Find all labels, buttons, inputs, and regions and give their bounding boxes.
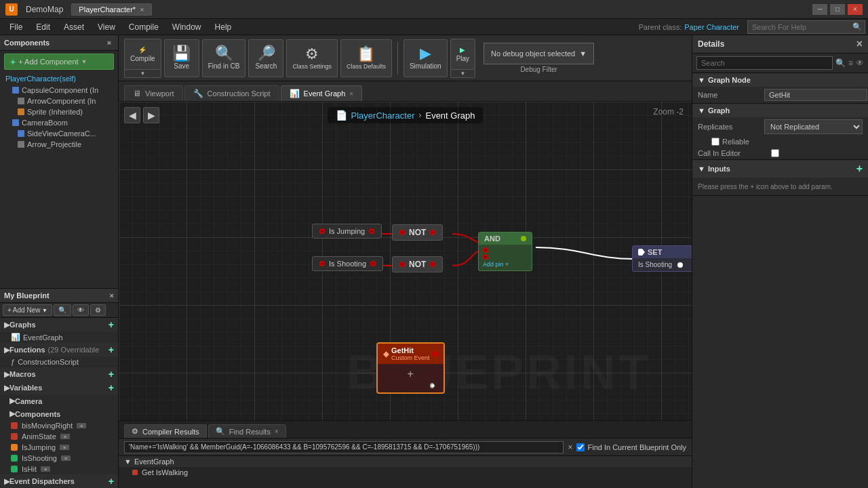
graph-section-header[interactable]: ▼ Graph: [692, 104, 868, 117]
add-graph-btn[interactable]: +: [108, 320, 114, 329]
find-results-close[interactable]: ×: [275, 428, 279, 435]
menu-asset[interactable]: Asset: [57, 21, 91, 33]
details-close-btn[interactable]: ×: [856, 38, 863, 50]
find-in-blueprint-checkbox[interactable]: [576, 443, 585, 451]
not-node-2[interactable]: NOT: [392, 256, 443, 272]
close-button[interactable]: ×: [848, 4, 863, 15]
menu-compile[interactable]: Compile: [122, 21, 165, 33]
class-settings-button[interactable]: ⚙ Class Settings: [286, 39, 338, 77]
var-ishit-item[interactable]: IsHit ≡: [0, 464, 118, 474]
add-input-btn[interactable]: +: [856, 163, 863, 175]
add-new-button[interactable]: + Add New ▼: [3, 304, 52, 316]
comp-capsule[interactable]: CapsuleComponent (In: [0, 85, 118, 96]
search-bp-button[interactable]: 🔍: [54, 304, 71, 316]
set-node[interactable]: SET Is Shooting: [632, 245, 692, 272]
tab-construction-script[interactable]: 🔧 Construction Script: [184, 85, 279, 101]
replicates-select[interactable]: Not Replicated Replicated Multicast Run …: [764, 119, 863, 134]
add-function-btn[interactable]: +: [108, 345, 114, 354]
menu-window[interactable]: Window: [165, 21, 208, 33]
section-dispatchers[interactable]: ▶ Event Dispatchers +: [0, 474, 118, 488]
comp-sprite[interactable]: Sprite (Inherited): [0, 106, 118, 117]
section-variables[interactable]: ▶ Variables +: [0, 381, 118, 394]
details-eye-btn[interactable]: 👁: [856, 58, 864, 68]
menu-edit[interactable]: Edit: [29, 21, 57, 33]
and-node[interactable]: AND Add pin +: [478, 232, 532, 271]
comp-arrow[interactable]: ArrowComponent (In: [0, 96, 118, 106]
bp-construction-item[interactable]: ƒ ConstructionScript: [0, 357, 118, 367]
compile-btn-split[interactable]: ⚡ Compile ▼: [124, 39, 161, 78]
reliable-checkbox[interactable]: [711, 138, 719, 146]
section-macros[interactable]: ▶ Macros +: [0, 367, 118, 381]
call-in-editor-checkbox[interactable]: [771, 149, 779, 157]
section-graphs[interactable]: ▶ Graphs +: [0, 318, 118, 331]
and-add-pin[interactable]: Add pin +: [483, 261, 528, 268]
tab-compiler-results[interactable]: ⚙ Compiler Results: [124, 424, 207, 438]
find-in-cb-button[interactable]: 🔍 Find in CB: [202, 39, 246, 77]
var-type-icon: ≡: [60, 434, 70, 439]
debug-dropdown[interactable]: No debug object selected ▼: [484, 43, 594, 64]
var-bism-item[interactable]: bisMovingRight ≡: [0, 420, 118, 431]
tab-find-results[interactable]: 🔍 Find Results ×: [208, 424, 286, 438]
simulation-button[interactable]: ▶ Simulation: [403, 39, 448, 77]
tab-close-icon[interactable]: ×: [140, 5, 144, 14]
breadcrumb-root[interactable]: PlayerCharacter: [351, 110, 415, 121]
add-dispatcher-btn[interactable]: +: [108, 476, 114, 486]
components-close-btn[interactable]: ×: [104, 38, 114, 47]
play-btn-split[interactable]: ▶ Play ▼: [450, 39, 475, 78]
name-input[interactable]: [764, 89, 867, 101]
gethit-node[interactable]: ◆ GetHit Custom Event +: [376, 342, 445, 394]
add-component-button[interactable]: + + Add Component ▼: [4, 54, 114, 70]
details-view-btn[interactable]: ≡: [848, 58, 853, 68]
active-tab[interactable]: PlayerCharacter* ×: [71, 3, 151, 16]
bp-eventgraph-item[interactable]: 📊 EventGraph: [0, 331, 118, 343]
is-jumping-node[interactable]: Is Jumping: [312, 224, 382, 239]
comp-sideviewcamera[interactable]: SideViewCameraC...: [0, 128, 118, 139]
parent-class-value[interactable]: Paper Character: [684, 23, 739, 31]
compile-dropdown[interactable]: ▼: [124, 70, 161, 78]
visibility-button[interactable]: 👁: [73, 304, 89, 316]
section-camera-group[interactable]: ▶ Camera: [0, 394, 118, 407]
my-blueprint-close-btn[interactable]: ×: [110, 291, 114, 300]
player-character-self[interactable]: PlayerCharacter(self): [0, 73, 118, 85]
is-shooting-node[interactable]: Is Shooting: [312, 256, 383, 271]
graph-area[interactable]: ◀ ▶ 📄 PlayerCharacter › Event Graph Zoom…: [119, 102, 692, 420]
menu-view[interactable]: View: [91, 21, 122, 33]
search-button[interactable]: 🔎 Search: [248, 39, 283, 77]
menu-help[interactable]: Help: [208, 21, 239, 33]
inputs-header[interactable]: ▼ Inputs +: [692, 160, 868, 178]
result-section-eventgraph[interactable]: ▼ EventGraph: [119, 456, 692, 467]
var-dot-red: [11, 433, 18, 440]
compile-button[interactable]: ⚡ Compile: [124, 39, 161, 70]
play-button[interactable]: ▶ Play: [450, 39, 475, 70]
comp-cameraboom[interactable]: CameraBoom: [0, 117, 118, 128]
close-tab-icon[interactable]: ×: [349, 90, 353, 98]
not-node-1[interactable]: NOT: [392, 224, 443, 241]
section-components-group[interactable]: ▶ Components: [0, 407, 118, 420]
var-jumping-item[interactable]: IsJumping ≡: [0, 442, 118, 453]
add-variable-btn[interactable]: +: [108, 383, 114, 392]
save-button[interactable]: 💾 Save: [164, 39, 199, 77]
tab-viewport[interactable]: 🖥 Viewport: [124, 85, 183, 101]
result-item-get-iswalking[interactable]: Get IsWalking: [119, 467, 692, 478]
play-dropdown[interactable]: ▼: [450, 70, 475, 78]
maximize-button[interactable]: □: [830, 4, 845, 15]
find-in-blueprint-label: Find In Current Blueprint Only: [576, 443, 686, 451]
class-defaults-button[interactable]: 📋 Class Defaults: [340, 39, 392, 77]
clear-search-icon[interactable]: ×: [568, 443, 572, 452]
section-functions[interactable]: ▶ Functions (29 Overridable +: [0, 343, 118, 357]
minimize-button[interactable]: ─: [812, 4, 827, 15]
help-search[interactable]: 🔍: [747, 20, 865, 34]
add-macro-btn[interactable]: +: [108, 369, 114, 379]
nav-back-button[interactable]: ◀: [124, 107, 140, 123]
details-search-input[interactable]: [696, 56, 833, 70]
help-search-input[interactable]: [748, 23, 850, 31]
settings-button[interactable]: ⚙: [90, 304, 106, 316]
var-shooting-item[interactable]: IsShooting ≡: [0, 453, 118, 464]
var-anim-item[interactable]: AnimState ≡: [0, 431, 118, 442]
search-query-input[interactable]: [124, 441, 564, 453]
comp-arrow-projectile[interactable]: Arrow_Projectile: [0, 139, 118, 150]
graph-node-header[interactable]: ▼ Graph Node: [692, 73, 868, 87]
menu-file[interactable]: File: [3, 21, 29, 33]
nav-forward-button[interactable]: ▶: [143, 107, 159, 123]
tab-event-graph[interactable]: 📊 Event Graph ×: [281, 85, 363, 101]
